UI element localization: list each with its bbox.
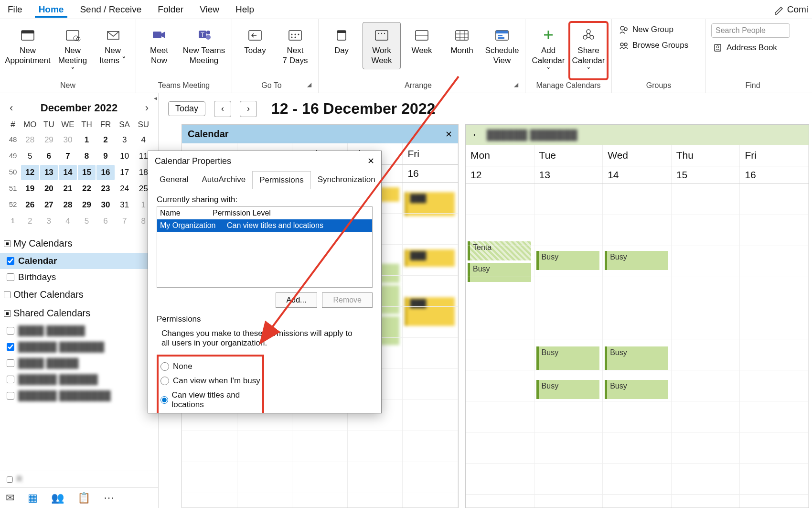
dialog-tab-permissions[interactable]: Permissions [252, 171, 311, 189]
menu-send-receive[interactable]: Send / Receive [76, 1, 145, 18]
calendar-event[interactable]: Busy [536, 380, 600, 399]
permission-radio-input[interactable] [160, 396, 168, 404]
prev-week-button[interactable]: ‹ [214, 101, 231, 117]
day-cell[interactable]: 16 [96, 165, 115, 180]
day-cell[interactable]: 1 [78, 132, 96, 148]
tasks-icon[interactable]: 📋 [77, 492, 90, 504]
add-calendar-button[interactable]: AddCalendar ˅ [529, 22, 567, 79]
day-cell[interactable]: 7 [116, 214, 134, 229]
day-cell[interactable]: 22 [78, 181, 96, 196]
dialog-tab-synchronization[interactable]: Synchronization [311, 171, 382, 189]
close-left-calendar[interactable]: ✕ [445, 129, 452, 140]
new-group[interactable]: New Group [617, 23, 675, 35]
schedule-view-button[interactable]: ScheduleView [483, 22, 521, 69]
dialog-tab-autoarchive[interactable]: AutoArchive [195, 171, 252, 189]
permission-radio[interactable]: Can view all details [160, 412, 260, 413]
menu-view[interactable]: View [196, 1, 223, 18]
today-button[interactable]: Today [168, 101, 205, 116]
new-meeting-button[interactable]: NewMeeting ˅ [53, 22, 92, 79]
dialog-launcher-icon[interactable]: ◢ [307, 81, 314, 88]
day-cell[interactable]: 3 [40, 214, 58, 229]
permission-radio-input[interactable] [160, 377, 169, 385]
calendar-checkbox[interactable] [7, 257, 14, 265]
calendar-event[interactable]: Busy [468, 263, 531, 282]
dialog-tab-general[interactable]: General [153, 171, 195, 189]
day-cell[interactable]: 15 [78, 165, 96, 180]
day-cell[interactable]: 30 [59, 132, 77, 148]
calendar-event[interactable]: Tenta [468, 241, 531, 260]
day-cell[interactable]: 9 [96, 149, 115, 164]
calendar-event[interactable]: Busy [605, 251, 668, 270]
next-month-button[interactable]: › [142, 101, 151, 115]
calendar-event[interactable]: Busy [536, 251, 600, 270]
browse-groups[interactable]: Browse Groups [617, 39, 690, 51]
permission-radio[interactable]: Can view titles and locations [160, 388, 260, 412]
day-cell[interactable]: 10 [116, 149, 134, 164]
day-cell[interactable]: 8 [78, 149, 96, 164]
search-people-input[interactable]: Search People [711, 23, 790, 38]
calendar-group[interactable]: ■My Calendars [0, 234, 158, 253]
dialog-launcher-icon[interactable]: ◢ [514, 81, 521, 88]
new-teams-meeting-button[interactable]: TNew TeamsMeeting [180, 22, 228, 69]
day-cell[interactable]: 13 [40, 165, 58, 180]
day-cell[interactable]: 5 [78, 214, 96, 229]
new-appointment-button[interactable]: NewAppointment [4, 22, 52, 69]
mail-icon[interactable]: ✉ [6, 492, 14, 504]
day-column[interactable]: BusyBusyBusy [534, 184, 603, 508]
calendar-checkbox[interactable] [7, 376, 14, 383]
calendar-event[interactable]: Busy [605, 346, 668, 370]
address-book[interactable]: Address Book [711, 42, 779, 54]
day-cell[interactable]: 17 [116, 165, 134, 180]
people-icon[interactable]: 👥 [51, 492, 64, 504]
day-cell[interactable]: 29 [40, 132, 58, 148]
calendar-checkbox[interactable] [7, 343, 14, 351]
day-cell[interactable]: 21 [59, 181, 77, 196]
work-week-button[interactable]: WorkWeek [363, 22, 401, 69]
meet-now-button[interactable]: MeetNow [140, 22, 178, 69]
day-cell[interactable]: 7 [59, 149, 77, 164]
calendar-event[interactable]: Busy [536, 346, 600, 370]
day-cell[interactable]: 4 [134, 132, 152, 148]
prev-month-button[interactable]: ‹ [7, 101, 16, 115]
day-cell[interactable]: 3 [116, 132, 134, 148]
calendar-checkbox[interactable] [7, 327, 14, 335]
menu-help[interactable]: Help [232, 1, 258, 18]
day-cell[interactable]: 2 [21, 214, 39, 229]
day-cell[interactable]: 2 [96, 132, 115, 148]
day-column[interactable]: █████████ [403, 183, 458, 508]
calendar-checkbox[interactable] [7, 392, 14, 400]
permission-radio[interactable]: None [160, 359, 260, 374]
calendar-item[interactable]: ██████ ███████ [0, 339, 158, 355]
footer-checkbox[interactable] [7, 476, 13, 483]
next-week-button[interactable]: › [240, 101, 257, 117]
dialog-close-button[interactable]: ✕ [367, 156, 374, 166]
back-arrow-icon[interactable]: ← [471, 129, 482, 141]
day-cell[interactable]: 26 [21, 197, 39, 213]
month-button[interactable]: Month [443, 22, 481, 59]
day-button[interactable]: Day [322, 22, 361, 59]
day-column[interactable]: TentaBusy [466, 184, 534, 508]
collapse-sidebar-icon[interactable]: ◂ [154, 94, 157, 102]
day-cell[interactable]: 14 [59, 165, 77, 180]
day-cell[interactable]: 19 [21, 181, 39, 196]
calendar-item[interactable]: Calendar [0, 253, 158, 269]
calendar-event[interactable]: ███ [405, 192, 455, 216]
calendar-item[interactable]: ██████ ██████ [0, 371, 158, 388]
calendar-item[interactable]: Birthdays [0, 269, 158, 285]
menu-folder[interactable]: Folder [154, 1, 187, 18]
calendar-item[interactable]: ██████ ████████ [0, 388, 158, 404]
new-items-button[interactable]: NewItems ˅ [94, 22, 132, 69]
permission-radio-input[interactable] [160, 362, 169, 371]
today-button[interactable]: Today [236, 22, 274, 59]
menu-file[interactable]: File [4, 1, 26, 18]
day-cell[interactable]: 29 [78, 197, 96, 213]
next-7-days-button[interactable]: Next7 Days [276, 22, 314, 69]
day-cell[interactable]: 28 [59, 197, 77, 213]
sharing-list[interactable]: Name Permission Level My Organization Ca… [157, 206, 373, 288]
menu-home[interactable]: Home [35, 1, 68, 18]
sharing-row[interactable]: My Organization Can view titles and loca… [157, 219, 372, 232]
day-cell[interactable]: 6 [96, 214, 115, 229]
day-cell[interactable]: 24 [116, 181, 134, 196]
day-cell[interactable]: 30 [96, 197, 115, 213]
day-cell[interactable]: 31 [116, 197, 134, 213]
